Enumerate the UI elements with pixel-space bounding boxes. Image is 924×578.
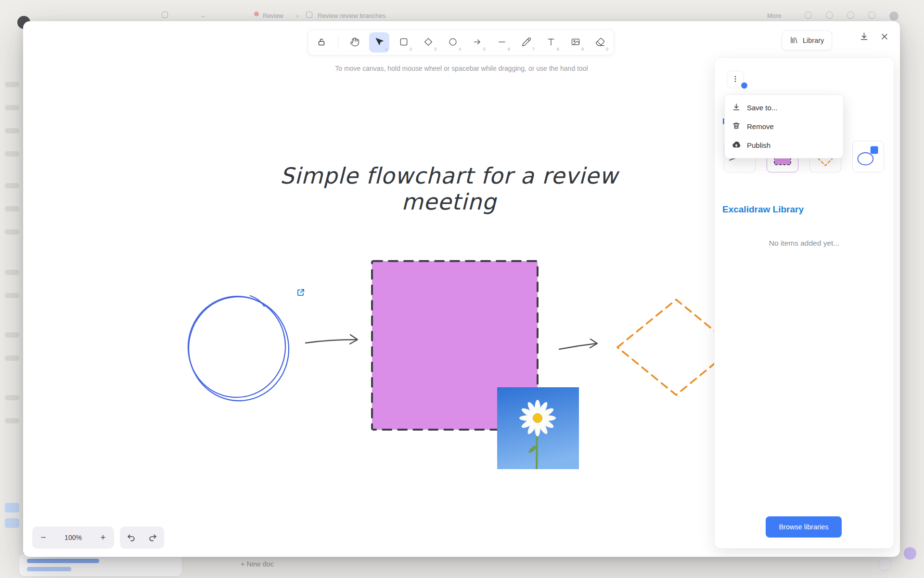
tool-shortcut: 4 [459,46,461,52]
avatar [889,12,898,21]
sidebar-sliver [5,151,19,157]
sidebar-selected-sliver [5,503,19,512]
diamond-tool-button[interactable]: 3 [418,32,438,53]
more-options-icon [731,75,740,85]
excalidraw-modal: 1 2 3 4 5 [23,21,900,557]
rectangle-tool-button[interactable]: 2 [394,32,414,53]
tool-shortcut: 5 [483,46,486,52]
arrow-icon [473,37,482,48]
export-download-button[interactable] [855,28,873,46]
text-tool-button[interactable]: 8 [541,32,561,53]
help-button-circle [878,558,891,571]
breadcrumb-item: Review [263,12,283,20]
lock-icon [317,37,326,48]
library-item-pending-selection[interactable] [852,141,884,172]
flow-arrow-2[interactable] [556,335,604,355]
doc-icon [306,12,312,18]
redo-button[interactable] [142,526,164,549]
rectangle-icon [399,37,409,48]
cloud-upload-icon [732,140,741,150]
tool-shortcut: 9 [581,46,584,52]
sketch-circle[interactable] [183,290,294,405]
eraser-tool-button[interactable]: 0 [590,32,610,53]
toolbar-divider [338,36,338,49]
tool-shortcut: 3 [434,46,436,52]
grid-icon [162,12,168,18]
chevron-right-icon: › [296,12,298,20]
arrow-tool-button[interactable]: 5 [467,32,488,53]
toolbar-icon [847,12,854,19]
sidebar-sliver [5,128,19,133]
new-doc-label: + New doc [241,560,274,568]
library-panel: Personal Library Save to... Re [715,58,894,548]
image-icon [571,37,580,48]
tool-toolbar: 1 2 3 4 5 [308,30,614,55]
hand-icon [350,37,359,48]
line-icon [497,37,507,48]
selection-tool-button[interactable]: 1 [369,32,389,53]
browse-libraries-button[interactable]: Browse libraries [766,516,842,538]
toolbar-icon [868,12,875,19]
library-icon [790,36,798,46]
library-toggle-label: Library [803,37,824,44]
sidebar-sliver [5,105,19,110]
more-label: More [767,12,782,20]
download-icon [732,103,741,113]
toolbar-icon [805,12,812,19]
menu-item-label: Publish [747,141,770,149]
flow-arrow-1[interactable] [303,332,366,351]
sidebar-sliver [5,183,19,188]
excalidraw-library-link[interactable]: Excalidraw Library [722,204,804,215]
redo-icon [148,532,158,543]
eraser-icon [595,37,605,48]
background-doc-card [19,554,182,576]
close-icon [880,32,889,43]
draw-tool-button[interactable]: 7 [516,32,537,53]
tool-shortcut: 7 [532,46,535,52]
zoom-controls: − 100% + [32,526,114,549]
zoom-in-button[interactable]: + [92,526,114,549]
plus-icon: + [100,532,105,542]
menu-item-save-to[interactable]: Save to... [725,98,843,117]
doc-card-line [27,567,71,571]
history-controls [120,526,164,549]
sidebar-sliver [5,418,19,423]
close-button[interactable] [875,28,894,46]
sidebar-sliver [5,355,19,361]
toolbar-icon [826,12,833,19]
tool-shortcut: 8 [557,46,559,52]
sidebar-sliver [5,395,19,400]
library-dropdown-menu: Save to... Remove Publish [724,94,844,158]
menu-item-remove[interactable]: Remove [725,117,843,136]
daisy-image[interactable] [497,387,579,469]
tool-shortcut: 6 [508,46,510,52]
canvas-title[interactable]: Simple flowchart for a review meeting [247,163,651,215]
tool-shortcut: 1 [385,46,387,52]
zoom-level[interactable]: 100% [54,534,92,541]
menu-item-label: Remove [747,122,774,131]
violet-avatar-dot [904,547,916,560]
lock-tool-button[interactable] [311,32,332,53]
tool-shortcut: 2 [410,46,412,52]
tool-shortcut: 0 [606,46,608,52]
diamond-icon [424,37,433,48]
doc-card-line [27,559,99,563]
external-link-icon[interactable] [295,287,306,298]
pencil-icon [522,37,531,48]
zoom-out-button[interactable]: − [32,526,54,549]
sidebar-sliver [5,229,19,235]
sidebar-sliver [5,332,19,338]
menu-item-label: Save to... [747,104,777,112]
image-tool-button[interactable]: 9 [565,32,586,53]
ellipse-icon [448,37,458,48]
undo-button[interactable] [120,526,142,549]
sidebar-sliver [5,206,19,211]
library-toggle-button[interactable]: Library [782,31,832,50]
menu-item-publish[interactable]: Publish [725,136,843,155]
back-icon: ← [200,12,206,20]
sidebar-sliver [5,293,19,298]
ellipse-tool-button[interactable]: 4 [443,32,463,53]
sidebar-sliver [5,82,19,87]
line-tool-button[interactable]: 6 [492,32,512,53]
hand-tool-button[interactable] [345,32,365,53]
